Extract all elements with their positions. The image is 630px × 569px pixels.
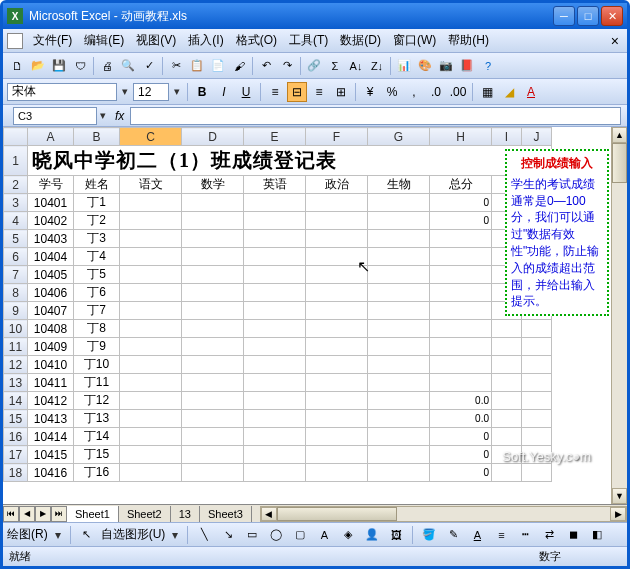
- cell[interactable]: [182, 320, 244, 338]
- cell[interactable]: [306, 212, 368, 230]
- row-header[interactable]: 17: [4, 446, 28, 464]
- sort-asc-icon[interactable]: A↓: [346, 56, 366, 76]
- cell[interactable]: 丁2: [74, 212, 120, 230]
- row-header[interactable]: 11: [4, 338, 28, 356]
- copy-icon[interactable]: 📋: [187, 56, 207, 76]
- cell[interactable]: [244, 212, 306, 230]
- cell[interactable]: 0.0: [430, 410, 492, 428]
- doc-close-icon[interactable]: ×: [607, 33, 623, 49]
- cell[interactable]: [430, 338, 492, 356]
- cell[interactable]: 0: [430, 212, 492, 230]
- tab-sheet2[interactable]: Sheet2: [119, 506, 171, 522]
- cell[interactable]: [120, 338, 182, 356]
- font-name-select[interactable]: 宋体: [7, 83, 117, 101]
- percent-icon[interactable]: %: [382, 82, 402, 102]
- cell[interactable]: [120, 212, 182, 230]
- cell[interactable]: 0: [430, 446, 492, 464]
- cell[interactable]: 0: [430, 194, 492, 212]
- cell[interactable]: [182, 338, 244, 356]
- scroll-right-icon[interactable]: ▶: [610, 507, 626, 521]
- cell[interactable]: [368, 338, 430, 356]
- sort-desc-icon[interactable]: Z↓: [367, 56, 387, 76]
- paste-icon[interactable]: 📄: [208, 56, 228, 76]
- shadow-icon[interactable]: ◼: [563, 525, 583, 545]
- cell[interactable]: [306, 464, 368, 482]
- cell[interactable]: [120, 356, 182, 374]
- cell[interactable]: [182, 428, 244, 446]
- cell[interactable]: [368, 374, 430, 392]
- cell[interactable]: 丁3: [74, 230, 120, 248]
- cell[interactable]: [522, 356, 552, 374]
- row-header[interactable]: 8: [4, 284, 28, 302]
- scroll-up-icon[interactable]: ▲: [612, 127, 627, 143]
- undo-icon[interactable]: ↶: [256, 56, 276, 76]
- cell[interactable]: 丁12: [74, 392, 120, 410]
- inc-decimal-icon[interactable]: .0: [426, 82, 446, 102]
- close-button[interactable]: ✕: [601, 6, 623, 26]
- cell[interactable]: [244, 338, 306, 356]
- cell[interactable]: 丁4: [74, 248, 120, 266]
- wordart-icon[interactable]: A: [314, 525, 334, 545]
- cell[interactable]: [120, 266, 182, 284]
- align-center-icon[interactable]: ⊟: [287, 82, 307, 102]
- row-header[interactable]: 3: [4, 194, 28, 212]
- cell[interactable]: 10412: [28, 392, 74, 410]
- cell[interactable]: 学号: [28, 176, 74, 194]
- menu-tools[interactable]: 工具(T): [283, 30, 334, 51]
- vertical-scrollbar[interactable]: ▲ ▼: [611, 127, 627, 504]
- link-icon[interactable]: 🔗: [304, 56, 324, 76]
- cell[interactable]: [120, 194, 182, 212]
- col-header-C[interactable]: C: [120, 128, 182, 146]
- bold-icon[interactable]: B: [192, 82, 212, 102]
- menu-edit[interactable]: 编辑(E): [78, 30, 130, 51]
- cell[interactable]: [182, 266, 244, 284]
- cell[interactable]: 10415: [28, 446, 74, 464]
- cell[interactable]: [492, 428, 522, 446]
- cell[interactable]: [368, 212, 430, 230]
- tab-sheet3[interactable]: Sheet3: [200, 506, 252, 522]
- font-color2-icon[interactable]: A: [467, 525, 487, 545]
- cell[interactable]: [522, 374, 552, 392]
- line-icon[interactable]: ╲: [194, 525, 214, 545]
- tab-nav-next-icon[interactable]: ▶: [35, 506, 51, 522]
- cell[interactable]: 丁5: [74, 266, 120, 284]
- cell[interactable]: 10405: [28, 266, 74, 284]
- italic-icon[interactable]: I: [214, 82, 234, 102]
- cell[interactable]: [492, 338, 522, 356]
- format-painter-icon[interactable]: 🖌: [229, 56, 249, 76]
- cell[interactable]: [182, 248, 244, 266]
- cell[interactable]: [492, 464, 522, 482]
- scroll-left-icon[interactable]: ◀: [261, 507, 277, 521]
- line-color-icon[interactable]: ✎: [443, 525, 463, 545]
- chart-icon[interactable]: 📊: [394, 56, 414, 76]
- cell[interactable]: 0: [430, 428, 492, 446]
- cell[interactable]: [244, 446, 306, 464]
- row-header[interactable]: 18: [4, 464, 28, 482]
- select-all-corner[interactable]: [4, 128, 28, 146]
- redo-icon[interactable]: ↷: [277, 56, 297, 76]
- cell[interactable]: [120, 446, 182, 464]
- cell[interactable]: 丁6: [74, 284, 120, 302]
- row-header[interactable]: 1: [4, 146, 28, 176]
- col-header-F[interactable]: F: [306, 128, 368, 146]
- cell[interactable]: 姓名: [74, 176, 120, 194]
- cell[interactable]: [368, 302, 430, 320]
- font-size-select[interactable]: 12: [133, 83, 169, 101]
- cell[interactable]: [368, 320, 430, 338]
- cell[interactable]: [306, 266, 368, 284]
- underline-icon[interactable]: U: [236, 82, 256, 102]
- cell[interactable]: [368, 356, 430, 374]
- cell[interactable]: [120, 374, 182, 392]
- font-color-icon[interactable]: A: [521, 82, 541, 102]
- cell[interactable]: 10407: [28, 302, 74, 320]
- cell[interactable]: [306, 374, 368, 392]
- cell[interactable]: [244, 392, 306, 410]
- cell[interactable]: [182, 356, 244, 374]
- dec-decimal-icon[interactable]: .00: [448, 82, 468, 102]
- row-header[interactable]: 16: [4, 428, 28, 446]
- fx-icon[interactable]: fx: [115, 109, 124, 123]
- maximize-button[interactable]: □: [577, 6, 599, 26]
- tab-13[interactable]: 13: [171, 506, 200, 522]
- cell[interactable]: 10406: [28, 284, 74, 302]
- cell[interactable]: 10411: [28, 374, 74, 392]
